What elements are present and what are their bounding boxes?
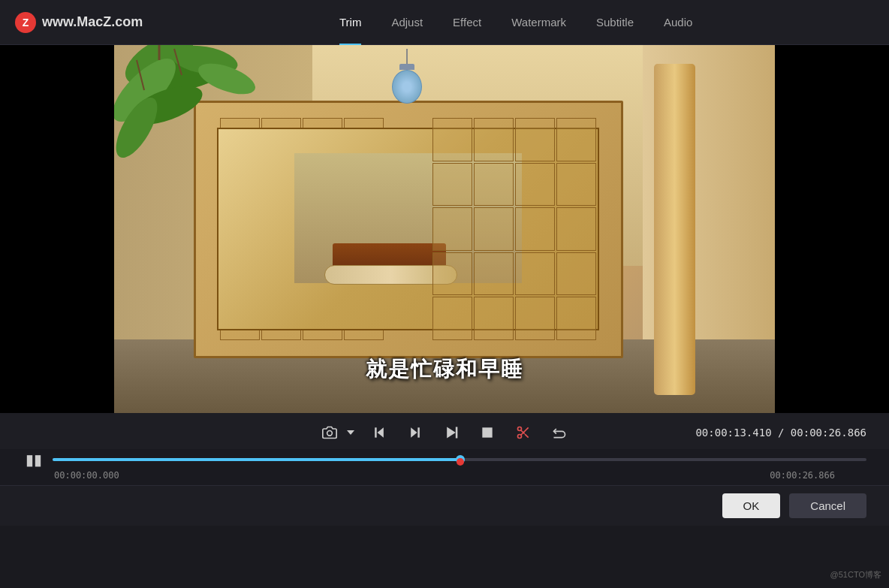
lantern-string [406, 49, 408, 64]
screenshot-button[interactable] [316, 419, 343, 446]
lattice-cell [515, 252, 555, 295]
time-end: 00:00:26.866 [770, 470, 835, 481]
lantern-body [392, 70, 422, 104]
svg-marker-11 [378, 427, 384, 437]
progress-fill [53, 458, 460, 461]
lattice-cell [432, 252, 472, 295]
lattice-cell [556, 163, 596, 206]
tab-watermark[interactable]: Watermark [511, 13, 566, 32]
stop-button[interactable] [474, 419, 501, 446]
cancel-button[interactable]: Cancel [789, 493, 866, 518]
lattice-cell [474, 163, 514, 206]
lattice-cell [432, 297, 472, 339]
pillar [654, 64, 695, 395]
lattice-cell [432, 163, 472, 206]
tab-subtitle[interactable]: Subtitle [596, 13, 634, 32]
site-name: www.MacZ.com [42, 14, 143, 30]
lattice-cell [474, 297, 514, 339]
time-start: 00:00:00.000 [54, 470, 119, 481]
step-back-button[interactable] [366, 419, 393, 446]
svg-point-10 [327, 431, 333, 436]
lattice-cell [515, 297, 555, 339]
leaves-left [114, 45, 279, 188]
undo-button[interactable] [546, 419, 573, 446]
lattice-cell [515, 207, 555, 250]
timeline-track: ▮▮ [23, 451, 866, 469]
lattice-cell [556, 252, 596, 295]
lattice-cell [556, 297, 596, 339]
lattice-cell [515, 163, 555, 206]
play-to-mark-button[interactable] [438, 419, 465, 446]
lantern-top [399, 64, 414, 70]
marker-dot [457, 458, 464, 466]
lattice-cell [474, 252, 514, 295]
lattice-cell [432, 118, 472, 161]
lattice-cell [556, 118, 596, 161]
svg-marker-15 [447, 427, 456, 439]
bottom-bar: OK Cancel [0, 485, 889, 526]
svg-rect-17 [482, 427, 492, 437]
camera-group [316, 419, 357, 446]
timestamps: 00:00:00.000 00:00:26.866 [23, 469, 866, 482]
svg-point-19 [518, 435, 522, 439]
svg-rect-16 [456, 427, 458, 439]
tab-effect[interactable]: Effect [453, 13, 481, 32]
watermark-text: @51CTO博客 [830, 569, 881, 580]
timeline-area: ▮▮ 00:00:00.000 00:00:26.866 [0, 449, 889, 485]
svg-rect-12 [375, 427, 377, 437]
ok-button[interactable]: OK [722, 493, 781, 518]
lattice-cell [432, 207, 472, 250]
svg-rect-14 [417, 427, 420, 437]
lattice-cell [474, 207, 514, 250]
tab-audio[interactable]: Audio [664, 13, 692, 32]
lattice-cell [515, 118, 555, 161]
video-container: 就是忙碌和早睡 [0, 45, 889, 413]
lattice-right [429, 115, 599, 342]
tab-trim[interactable]: Trim [339, 13, 361, 32]
lattice-cell [474, 118, 514, 161]
time-display: 00:00:13.410 / 00:00:26.866 [695, 427, 866, 439]
step-forward-button[interactable] [402, 419, 429, 446]
progress-container[interactable] [53, 452, 866, 467]
progress-bar-background[interactable] [53, 458, 866, 461]
screenshot-dropdown-button[interactable] [345, 419, 357, 446]
video-scene: 就是忙碌和早睡 [114, 45, 775, 413]
svg-line-21 [525, 434, 529, 438]
top-bar: Z www.MacZ.com Trim Adjust Effect Waterm… [0, 0, 889, 45]
cut-button[interactable] [510, 419, 537, 446]
tab-adjust[interactable]: Adjust [391, 13, 423, 32]
logo-area: Z www.MacZ.com [15, 12, 143, 33]
video-subtitle: 就是忙碌和早睡 [366, 355, 523, 384]
controls-area: 00:00:13.410 / 00:00:26.866 [0, 413, 889, 449]
svg-marker-13 [411, 427, 417, 437]
black-bar-right [775, 45, 889, 413]
pause-button[interactable]: ▮▮ [23, 451, 45, 469]
black-bar-left [0, 45, 114, 413]
logo-icon: Z [15, 12, 36, 33]
lantern [392, 64, 422, 105]
lattice-cell [556, 207, 596, 250]
tabs-container: Trim Adjust Effect Watermark Subtitle Au… [158, 13, 874, 32]
